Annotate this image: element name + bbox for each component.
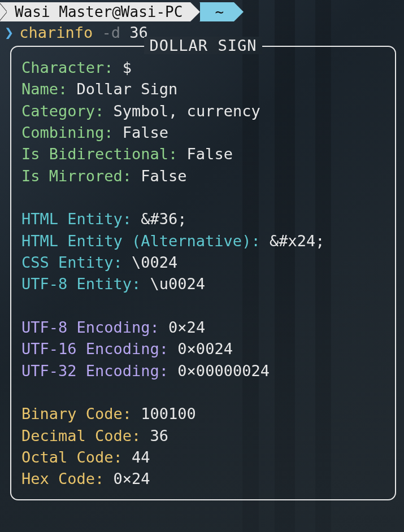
row-utf32-encoding: UTF-32 Encoding: 0×00000024 xyxy=(21,360,385,382)
value-utf32-encoding: 0×00000024 xyxy=(177,362,270,380)
output-box: DOLLAR SIGN Character: $ Name: Dollar Si… xyxy=(10,46,396,500)
row-combining: Combining: False xyxy=(21,122,385,143)
label-hex-code: Hex Code: xyxy=(21,470,104,487)
prompt-user-host: Wasi Master@Wasi-PC xyxy=(15,3,183,20)
prompt-user-host-segment: Wasi Master@Wasi-PC xyxy=(0,2,190,21)
blank-row xyxy=(21,187,385,208)
row-html-entity-alt: HTML Entity (Alternative): &#x24; xyxy=(21,230,385,252)
blank-row xyxy=(21,295,385,317)
value-octal-code: 44 xyxy=(132,448,150,466)
prompt-path: ~ xyxy=(215,3,224,20)
value-name: Dollar Sign xyxy=(77,80,178,98)
command-flag: -d xyxy=(102,24,121,41)
label-utf32-encoding: UTF-32 Encoding: xyxy=(21,362,168,380)
label-binary-code: Binary Code: xyxy=(21,405,132,422)
value-utf8-entity: \u0024 xyxy=(150,275,206,293)
label-css-entity: CSS Entity: xyxy=(21,254,123,271)
row-category: Category: Symbol, currency xyxy=(21,101,385,122)
value-utf8-encoding: 0×24 xyxy=(168,319,205,336)
row-octal-code: Octal Code: 44 xyxy=(21,447,385,468)
label-octal-code: Octal Code: xyxy=(21,448,123,466)
row-binary-code: Binary Code: 100100 xyxy=(21,403,385,425)
prompt-path-segment: ~ xyxy=(200,2,234,21)
value-combining: False xyxy=(123,124,168,141)
label-bidi: Is Bidirectional: xyxy=(21,145,177,163)
label-character: Character: xyxy=(21,59,114,76)
row-utf8-entity: UTF-8 Entity: \u0024 xyxy=(21,273,385,295)
row-utf8-encoding: UTF-8 Encoding: 0×24 xyxy=(21,317,385,338)
output-box-title: DOLLAR SIGN xyxy=(144,37,263,54)
value-html-entity-alt: &#x24; xyxy=(270,232,325,250)
value-character: $ xyxy=(123,59,132,76)
command-name: charinfo xyxy=(19,24,93,41)
row-hex-code: Hex Code: 0×24 xyxy=(21,468,385,490)
label-html-entity: HTML Entity: xyxy=(21,210,132,228)
label-decimal-code: Decimal Code: xyxy=(21,427,141,444)
value-hex-code: 0×24 xyxy=(114,470,150,487)
prompt-caret-icon: ❯ xyxy=(5,24,14,41)
value-mirrored: False xyxy=(141,167,186,185)
value-binary-code: 100100 xyxy=(141,405,196,422)
row-character: Character: $ xyxy=(21,57,385,79)
value-html-entity: &#36; xyxy=(141,210,186,228)
value-category: Symbol, currency xyxy=(114,102,260,120)
label-category: Category: xyxy=(21,102,104,120)
label-combining: Combining: xyxy=(21,124,114,141)
label-utf8-encoding: UTF-8 Encoding: xyxy=(21,319,159,336)
value-utf16-encoding: 0×0024 xyxy=(177,340,233,357)
value-css-entity: \0024 xyxy=(132,254,177,271)
row-css-entity: CSS Entity: \0024 xyxy=(21,252,385,273)
prompt-bar: Wasi Master@Wasi-PC ~ xyxy=(0,0,404,23)
label-html-entity-alt: HTML Entity (Alternative): xyxy=(21,232,260,250)
row-html-entity: HTML Entity: &#36; xyxy=(21,208,385,230)
label-mirrored: Is Mirrored: xyxy=(21,167,132,185)
label-utf16-encoding: UTF-16 Encoding: xyxy=(21,340,168,357)
row-decimal-code: Decimal Code: 36 xyxy=(21,425,385,447)
value-decimal-code: 36 xyxy=(150,427,169,444)
label-name: Name: xyxy=(21,80,67,98)
row-utf16-encoding: UTF-16 Encoding: 0×0024 xyxy=(21,338,385,360)
row-bidi: Is Bidirectional: False xyxy=(21,143,385,165)
value-bidi: False xyxy=(187,145,233,163)
row-mirrored: Is Mirrored: False xyxy=(21,165,385,187)
blank-row xyxy=(21,382,385,403)
row-name: Name: Dollar Sign xyxy=(21,79,385,100)
label-utf8-entity: UTF-8 Entity: xyxy=(21,275,141,293)
